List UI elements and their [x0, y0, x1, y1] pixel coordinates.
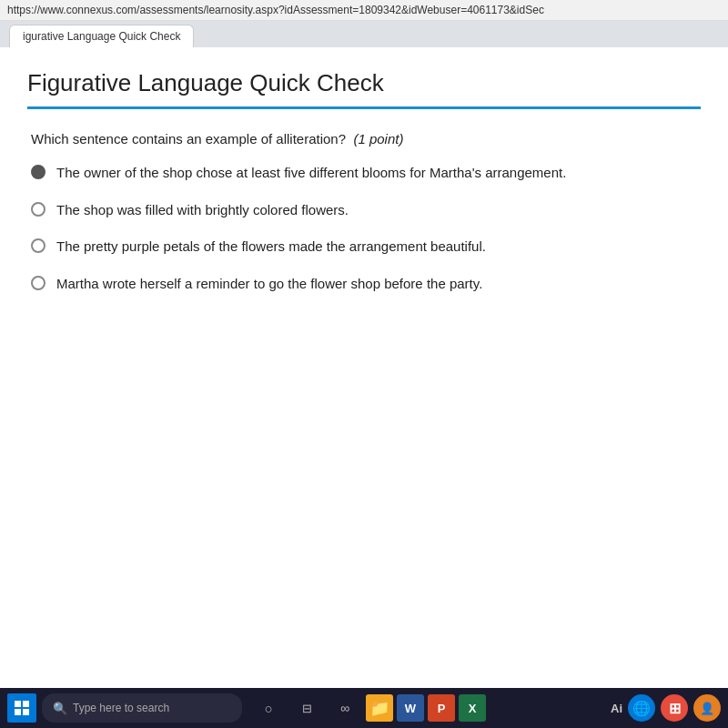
tab-bar: igurative Language Quick Check [0, 21, 728, 47]
ai-label: Ai [611, 702, 622, 715]
svg-rect-2 [15, 709, 21, 715]
powerpoint-icon[interactable]: P [428, 694, 455, 722]
page-title: Figurative Language Quick Check [27, 69, 701, 97]
taskbar-right-area: Ai 🌐 ⊞ 👤 [611, 694, 721, 722]
taskbar-app-icons: 📁 W P X [366, 694, 486, 722]
browser-tab[interactable]: igurative Language Quick Check [9, 25, 194, 47]
taskbar: 🔍 Type here to search ○ ⊟ ∞ 📁 W P X Ai 🌐… [0, 688, 728, 728]
profile-icon[interactable]: 👤 [693, 694, 721, 722]
radio-option-4[interactable] [31, 276, 46, 290]
question-body: Which sentence contains an example of al… [31, 131, 346, 147]
option-item-1[interactable]: The owner of the shop chose at least fiv… [31, 163, 697, 184]
start-button[interactable] [7, 693, 36, 723]
browser-icon[interactable]: 🌐 [628, 694, 655, 722]
tab-title: igurative Language Quick Check [23, 30, 180, 43]
address-bar: https://www.connexus.com/assessments/lea… [0, 0, 728, 21]
radio-option-1[interactable] [31, 165, 46, 179]
infinity-button[interactable]: ∞ [329, 693, 360, 723]
taskbar-search-bar[interactable]: 🔍 Type here to search [42, 693, 242, 723]
search-placeholder: Type here to search [73, 702, 169, 714]
option-item-4[interactable]: Martha wrote herself a reminder to go th… [31, 274, 697, 295]
search-icon: 🔍 [53, 702, 67, 715]
taskbar-icons: ○ ⊟ ∞ [253, 693, 360, 723]
svg-rect-3 [23, 709, 29, 715]
radio-option-2[interactable] [31, 202, 46, 217]
option-text-1: The owner of the shop chose at least fiv… [56, 163, 697, 184]
option-text-4: Martha wrote herself a reminder to go th… [56, 274, 697, 295]
question-area: Which sentence contains an example of al… [27, 131, 701, 294]
options-list: The owner of the shop chose at least fiv… [31, 163, 697, 294]
url-text: https://www.connexus.com/assessments/lea… [7, 4, 544, 16]
files-icon[interactable]: 📁 [366, 694, 393, 722]
option-text-2: The shop was filled with brightly colore… [56, 200, 697, 221]
option-text-3: The pretty purple petals of the flowers … [56, 237, 697, 258]
option-item-3[interactable]: The pretty purple petals of the flowers … [31, 237, 697, 258]
main-content: Figurative Language Quick Check Which se… [0, 47, 728, 329]
widgets-button[interactable]: ⊟ [291, 693, 322, 723]
question-text: Which sentence contains an example of al… [31, 131, 697, 147]
word-icon[interactable]: W [397, 694, 424, 722]
blue-divider [27, 106, 701, 109]
option-item-2[interactable]: The shop was filled with brightly colore… [31, 200, 697, 221]
svg-rect-0 [15, 701, 21, 707]
radio-option-3[interactable] [31, 238, 46, 253]
store-icon[interactable]: ⊞ [661, 694, 688, 722]
task-view-button[interactable]: ○ [253, 693, 284, 723]
question-points: (1 point) [353, 131, 403, 147]
svg-rect-1 [23, 701, 29, 707]
excel-icon[interactable]: X [459, 694, 486, 722]
